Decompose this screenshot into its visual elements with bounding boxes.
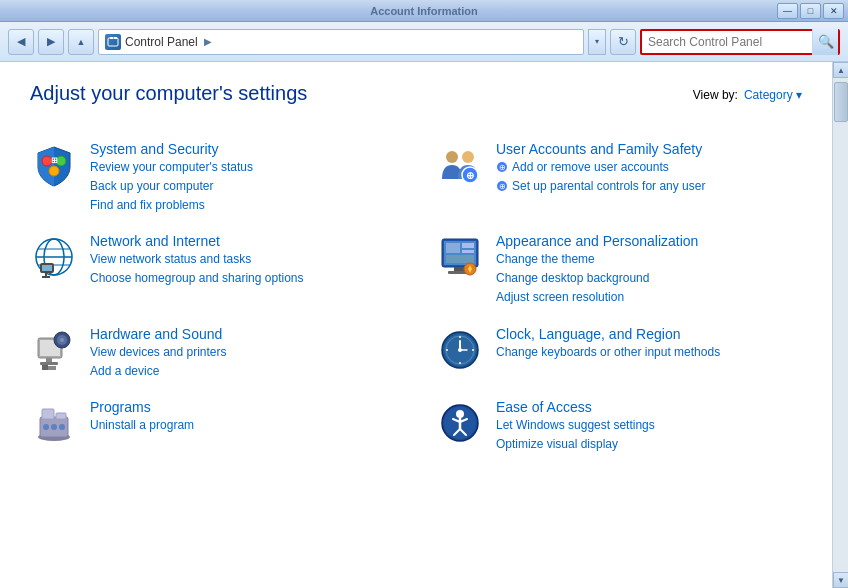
address-text: Control Panel [125,35,198,49]
category-hardware: Hardware and Sound View devices and prin… [30,326,396,380]
search-box: 🔍 [640,29,840,55]
user-accounts-link-1[interactable]: Add or remove user accounts [512,159,669,176]
refresh-button[interactable]: ↻ [610,29,636,55]
network-text: Network and Internet View network status… [90,233,303,287]
appearance-link-3[interactable]: Adjust screen resolution [496,289,698,306]
svg-rect-27 [462,243,474,248]
network-title[interactable]: Network and Internet [90,233,303,249]
back-button[interactable]: ◀ [8,29,34,55]
page-title: Adjust your computer's settings [30,82,307,105]
system-security-title[interactable]: System and Security [90,141,253,157]
user-accounts-link-1-icon: ⊕ [496,161,508,173]
svg-rect-2 [114,37,117,39]
clock-icon[interactable] [436,326,484,374]
appearance-text: Appearance and Personalization Change th… [496,233,698,305]
svg-rect-40 [42,365,48,370]
ease-of-access-title[interactable]: Ease of Access [496,399,655,415]
category-programs: Programs Uninstall a program [30,399,396,453]
appearance-link-1[interactable]: Change the theme [496,251,698,268]
categories-grid: ⊞ System and Security Review your comput… [30,141,802,453]
search-input[interactable] [642,35,812,49]
system-security-icon[interactable]: ⊞ [30,141,78,189]
svg-text:⊕: ⊕ [499,182,506,191]
scrollbar-down-button[interactable]: ▼ [833,572,848,588]
ease-of-access-link-2[interactable]: Optimize visual display [496,436,655,453]
svg-rect-28 [462,250,474,253]
category-ease-of-access: Ease of Access Let Windows suggest setti… [436,399,802,453]
scrollbar: ▲ ▼ [832,62,848,588]
programs-link-1[interactable]: Uninstall a program [90,417,194,434]
window-controls: — □ ✕ [777,3,844,19]
titlebar: Account Information — □ ✕ [0,0,848,22]
navbar: ◀ ▶ ▲ Control Panel ▶ ▾ ↻ 🔍 [0,22,848,62]
svg-rect-38 [46,358,52,362]
category-system-security: ⊞ System and Security Review your comput… [30,141,396,213]
minimize-button[interactable]: — [777,3,798,19]
system-security-link-2[interactable]: Back up your computer [90,178,253,195]
hardware-link-2[interactable]: Add a device [90,363,227,380]
svg-rect-29 [446,255,474,263]
category-network: Network and Internet View network status… [30,233,396,305]
clock-text: Clock, Language, and Region Change keybo… [496,326,720,361]
programs-icon[interactable] [30,399,78,447]
svg-rect-23 [42,276,50,278]
main-area: Adjust your computer's settings View by:… [0,62,848,588]
system-security-text: System and Security Review your computer… [90,141,253,213]
ease-of-access-link-1[interactable]: Let Windows suggest settings [496,417,655,434]
svg-rect-26 [446,243,460,253]
svg-text:⊕: ⊕ [499,163,506,172]
system-security-link-1[interactable]: Review your computer's status [90,159,253,176]
user-accounts-link-2[interactable]: Set up parental controls for any user [512,178,705,195]
category-appearance: Appearance and Personalization Change th… [436,233,802,305]
clock-link-1[interactable]: Change keyboards or other input methods [496,344,720,361]
up-button[interactable]: ▲ [68,29,94,55]
user-accounts-title[interactable]: User Accounts and Family Safety [496,141,705,157]
hardware-icon[interactable] [30,326,78,374]
close-button[interactable]: ✕ [823,3,844,19]
svg-rect-54 [42,409,54,419]
search-button[interactable]: 🔍 [812,29,838,55]
maximize-button[interactable]: □ [800,3,821,19]
svg-rect-41 [48,366,56,370]
category-user-accounts: ⊕ User Accounts and Family Safety ⊕ Add … [436,141,802,213]
address-bar[interactable]: Control Panel ▶ [98,29,584,55]
address-icon [105,34,121,50]
user-accounts-icon[interactable]: ⊕ [436,141,484,189]
network-link-2[interactable]: Choose homegroup and sharing options [90,270,303,287]
svg-rect-55 [56,413,66,419]
svg-point-51 [458,348,462,352]
forward-button[interactable]: ▶ [38,29,64,55]
network-icon[interactable] [30,233,78,281]
system-security-link-3[interactable]: Find and fix problems [90,197,253,214]
svg-rect-1 [110,37,113,39]
category-clock: Clock, Language, and Region Change keybo… [436,326,802,380]
ease-of-access-icon[interactable] [436,399,484,447]
scrollbar-thumb[interactable] [834,82,848,122]
clock-title[interactable]: Clock, Language, and Region [496,326,720,342]
svg-point-7 [446,151,458,163]
svg-rect-39 [40,362,58,365]
programs-text: Programs Uninstall a program [90,399,194,434]
hardware-link-1[interactable]: View devices and printers [90,344,227,361]
svg-point-37 [60,338,64,342]
appearance-title[interactable]: Appearance and Personalization [496,233,698,249]
svg-text:⊕: ⊕ [466,170,474,181]
scrollbar-up-button[interactable]: ▲ [833,62,848,78]
svg-point-58 [59,424,65,430]
address-arrow: ▶ [204,36,212,47]
svg-point-8 [462,151,474,163]
address-dropdown-button[interactable]: ▾ [588,29,606,55]
network-link-1[interactable]: View network status and tasks [90,251,303,268]
user-accounts-text: User Accounts and Family Safety ⊕ Add or… [496,141,705,195]
ease-of-access-text: Ease of Access Let Windows suggest setti… [496,399,655,453]
view-by-label: View by: [693,88,738,102]
svg-rect-0 [108,38,118,46]
svg-point-4 [56,156,66,166]
user-accounts-link-2-icon: ⊕ [496,180,508,192]
appearance-icon[interactable] [436,233,484,281]
view-by-dropdown[interactable]: Category ▾ [744,88,802,102]
content-area: Adjust your computer's settings View by:… [0,62,832,588]
appearance-link-2[interactable]: Change desktop background [496,270,698,287]
hardware-title[interactable]: Hardware and Sound [90,326,227,342]
programs-title[interactable]: Programs [90,399,194,415]
